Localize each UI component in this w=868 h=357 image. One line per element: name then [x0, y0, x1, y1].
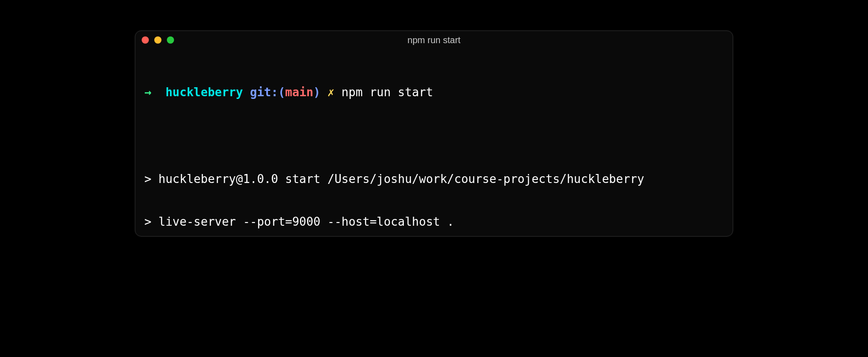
npm-output-line: > huckleberry@1.0.0 start /Users/joshu/w…	[144, 172, 724, 187]
prompt-command: npm run start	[341, 85, 433, 99]
npm-output-line: > live-server --port=9000 --host=localho…	[144, 215, 724, 229]
maximize-icon[interactable]	[167, 36, 174, 44]
prompt-paren-close: )	[313, 85, 321, 99]
terminal-body[interactable]: → huckleberry git:(main) ✗ npm run start…	[135, 49, 733, 236]
traffic-lights	[142, 36, 174, 44]
prompt-line: → huckleberry git:(main) ✗ npm run start	[144, 85, 724, 100]
titlebar: npm run start	[135, 31, 733, 49]
dirty-marker-icon: ✗	[327, 85, 335, 99]
prompt-git-label: git:	[250, 85, 278, 99]
window-title: npm run start	[135, 35, 733, 45]
prompt-paren-open: (	[278, 85, 285, 99]
prompt-arrow-icon: →	[144, 85, 152, 99]
prompt-directory: huckleberry	[166, 85, 243, 99]
terminal-window[interactable]: npm run start → huckleberry git:(main) ✗…	[135, 31, 733, 237]
minimize-icon[interactable]	[154, 36, 161, 44]
prompt-branch: main	[285, 85, 313, 99]
close-icon[interactable]	[142, 36, 149, 44]
blank-line	[144, 129, 724, 144]
